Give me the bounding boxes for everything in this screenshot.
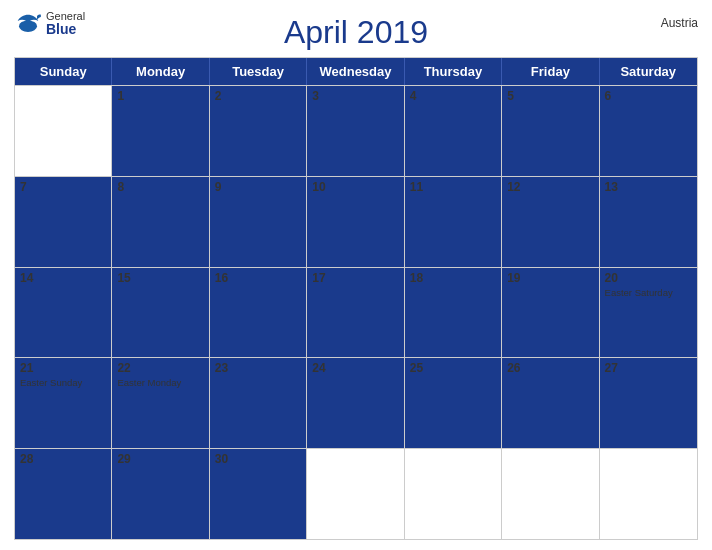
week-row-1: 1 2 3 4 5 6 <box>15 85 697 176</box>
day-5: 5 <box>502 86 599 176</box>
weekday-tuesday: Tuesday <box>210 58 307 85</box>
day-4: 4 <box>405 86 502 176</box>
day-17: 17 <box>307 268 404 358</box>
day-number: 21 <box>20 361 106 375</box>
day-30: 30 <box>210 449 307 539</box>
weekday-wednesday: Wednesday <box>307 58 404 85</box>
day-2: 2 <box>210 86 307 176</box>
week-row-4: 21 Easter Sunday 22 Easter Monday 23 24 … <box>15 357 697 448</box>
day-number: 4 <box>410 89 496 103</box>
calendar-grid: Sunday Monday Tuesday Wednesday Thursday… <box>14 57 698 540</box>
day-empty-2 <box>307 449 404 539</box>
day-number: 23 <box>215 361 301 375</box>
day-9: 9 <box>210 177 307 267</box>
day-13: 13 <box>600 177 697 267</box>
day-number: 19 <box>507 271 593 285</box>
calendar-page: General Blue April 2019 Austria Sunday M… <box>0 0 712 550</box>
weekday-sunday: Sunday <box>15 58 112 85</box>
weekday-header-row: Sunday Monday Tuesday Wednesday Thursday… <box>15 58 697 85</box>
day-number: 5 <box>507 89 593 103</box>
day-number: 25 <box>410 361 496 375</box>
day-11: 11 <box>405 177 502 267</box>
day-number: 26 <box>507 361 593 375</box>
day-number: 24 <box>312 361 398 375</box>
day-empty-3 <box>405 449 502 539</box>
logo-blue-text: Blue <box>46 22 85 37</box>
day-27: 27 <box>600 358 697 448</box>
day-number: 12 <box>507 180 593 194</box>
day-7: 7 <box>15 177 112 267</box>
day-18: 18 <box>405 268 502 358</box>
week-row-3: 14 15 16 17 18 19 20 E <box>15 267 697 358</box>
day-24: 24 <box>307 358 404 448</box>
easter-saturday-label: Easter Saturday <box>605 287 692 298</box>
logo: General Blue <box>14 10 85 37</box>
day-number: 15 <box>117 271 203 285</box>
day-number: 1 <box>117 89 203 103</box>
day-29: 29 <box>112 449 209 539</box>
day-1: 1 <box>112 86 209 176</box>
easter-monday-label: Easter Monday <box>117 377 203 388</box>
logo-bird-icon <box>14 13 42 33</box>
day-number: 14 <box>20 271 106 285</box>
country-label: Austria <box>661 16 698 30</box>
day-16: 16 <box>210 268 307 358</box>
day-empty-4 <box>502 449 599 539</box>
day-number: 22 <box>117 361 203 375</box>
day-number: 28 <box>20 452 106 466</box>
weekday-friday: Friday <box>502 58 599 85</box>
day-25: 25 <box>405 358 502 448</box>
weekday-saturday: Saturday <box>600 58 697 85</box>
day-number: 8 <box>117 180 203 194</box>
day-19: 19 <box>502 268 599 358</box>
day-number: 9 <box>215 180 301 194</box>
day-number: 30 <box>215 452 301 466</box>
calendar-body: 1 2 3 4 5 6 <box>15 85 697 539</box>
day-number: 2 <box>215 89 301 103</box>
calendar-title: April 2019 <box>284 14 428 51</box>
day-number: 3 <box>312 89 398 103</box>
day-number: 17 <box>312 271 398 285</box>
day-26: 26 <box>502 358 599 448</box>
week-row-2: 7 8 9 10 11 12 13 <box>15 176 697 267</box>
day-3: 3 <box>307 86 404 176</box>
day-number: 13 <box>605 180 692 194</box>
svg-point-0 <box>19 20 37 32</box>
day-number: 11 <box>410 180 496 194</box>
day-number: 20 <box>605 271 692 285</box>
weekday-thursday: Thursday <box>405 58 502 85</box>
day-number: 16 <box>215 271 301 285</box>
weekday-monday: Monday <box>112 58 209 85</box>
day-number: 18 <box>410 271 496 285</box>
day-number: 6 <box>605 89 692 103</box>
day-10: 10 <box>307 177 404 267</box>
day-number: 7 <box>20 180 106 194</box>
day-14: 14 <box>15 268 112 358</box>
day-6: 6 <box>600 86 697 176</box>
day-20: 20 Easter Saturday <box>600 268 697 358</box>
easter-sunday-label: Easter Sunday <box>20 377 106 388</box>
day-28: 28 <box>15 449 112 539</box>
day-number: 29 <box>117 452 203 466</box>
header: General Blue April 2019 Austria <box>14 10 698 51</box>
day-23: 23 <box>210 358 307 448</box>
week-row-5: 28 29 30 <box>15 448 697 539</box>
day-number: 10 <box>312 180 398 194</box>
day-empty-5 <box>600 449 697 539</box>
day-22: 22 Easter Monday <box>112 358 209 448</box>
day-15: 15 <box>112 268 209 358</box>
day-21: 21 Easter Sunday <box>15 358 112 448</box>
day-number: 27 <box>605 361 692 375</box>
day-12: 12 <box>502 177 599 267</box>
day-empty-1 <box>15 86 112 176</box>
day-8: 8 <box>112 177 209 267</box>
